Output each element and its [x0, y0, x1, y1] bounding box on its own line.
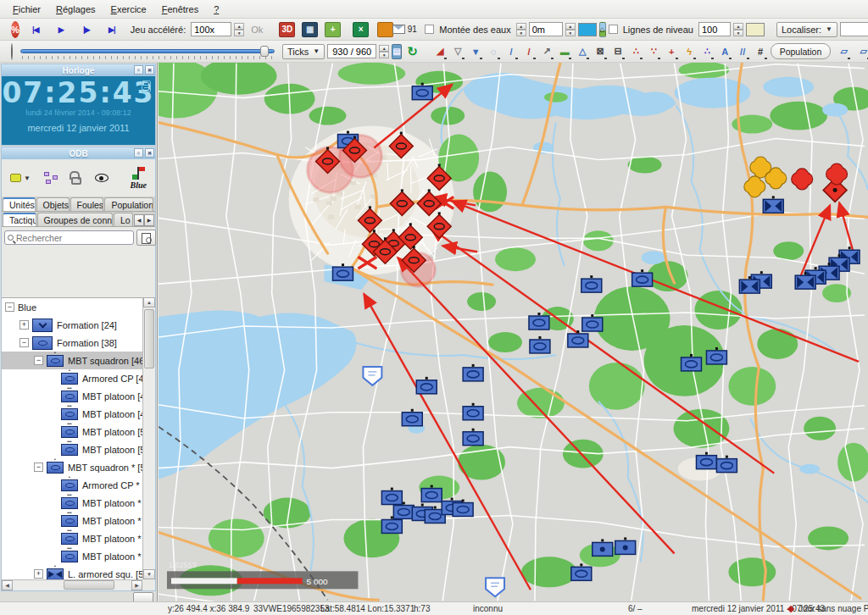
tree-item-armored-cp-53[interactable]: •Armored CP * [53]P	[2, 476, 142, 494]
menu-help[interactable]: ?	[206, 3, 226, 16]
org-chart-icon[interactable]: ∴	[629, 43, 643, 60]
tree-item-l-armored-squ-58[interactable]: +•L. armored squ. [58]	[2, 565, 142, 579]
close-panel-button[interactable]: ×	[145, 65, 154, 75]
tree-item-formation-24[interactable]: +Formation [24]	[2, 316, 142, 334]
scroll-thumb[interactable]	[144, 309, 154, 368]
grid-icon[interactable]: #	[754, 43, 768, 60]
flood-step-spinner[interactable]: ▲▼	[516, 23, 526, 36]
blue-side-flag-icon[interactable]	[132, 167, 145, 180]
tab-groupes-de-connaissance[interactable]: Groupes de connaissance	[37, 213, 113, 226]
flood-level-input[interactable]	[529, 22, 563, 36]
population-button[interactable]: Population	[771, 43, 832, 59]
float-panel-button[interactable]: ▫	[134, 65, 143, 75]
expand-icon[interactable]: +	[34, 569, 43, 579]
contour-color-swatch[interactable]	[746, 23, 765, 36]
tree-item-mbt-platoon-54[interactable]: •••MBT platoon * [54]	[2, 494, 142, 512]
play-button[interactable]: ▶	[53, 21, 70, 38]
odb-panel-titlebar[interactable]: ODB ▫ ×	[2, 147, 155, 159]
menu-fen-tres[interactable]: Fenêtres	[154, 3, 206, 16]
clock-panel-titlebar[interactable]: Horloge ▫ ×	[2, 64, 155, 76]
add-image-icon[interactable]: +	[325, 22, 341, 37]
scroll-up-button[interactable]: ▲	[143, 297, 155, 308]
weather-effect-icon[interactable]: ϟ	[682, 43, 697, 60]
tree-horizontal-scrollbar[interactable]: ◀ ▶	[2, 579, 142, 590]
contour-spinner[interactable]: ▲▼	[733, 23, 743, 36]
tick-mode-dropdown[interactable]: Ticks ▼	[282, 44, 325, 59]
flood-house-icon[interactable]: ⌂	[599, 22, 606, 37]
scroll-left-button[interactable]: ◀	[2, 580, 13, 590]
screenshot-icon[interactable]: ▦	[302, 22, 318, 37]
marker-orange-icon[interactable]	[377, 22, 393, 37]
float-panel-button[interactable]: ▫	[134, 148, 143, 158]
collapse-icon[interactable]: −	[19, 338, 29, 347]
menu-r-glages[interactable]: Réglages	[48, 3, 103, 16]
tab-scroll-left-button[interactable]: ◀	[134, 214, 144, 226]
tick-position-input[interactable]	[327, 44, 376, 58]
draw-blue-icon[interactable]: /	[504, 43, 519, 60]
tree-item-mbt-platoon-56[interactable]: •••MBT platoon * [56]	[2, 529, 142, 547]
advanced-search-button[interactable]	[136, 230, 156, 246]
speed-input[interactable]	[191, 22, 231, 36]
view-3d-icon[interactable]: 3D	[279, 22, 295, 37]
tree-item-mbt-squadron-52[interactable]: −•MBT squadron * [52]	[2, 458, 142, 476]
close-panel-button[interactable]: ×	[145, 148, 154, 158]
tree-item-blue[interactable]: −Blue	[2, 298, 142, 316]
tab-tactique[interactable]: Tactique	[3, 213, 36, 226]
supplies-icon[interactable]: ×	[353, 22, 369, 37]
ok-button[interactable]: Ok	[247, 25, 267, 35]
tree-item-mbt-platoon-57[interactable]: •••MBT platoon * [57]	[2, 547, 142, 565]
water-color-swatch[interactable]	[578, 23, 597, 36]
tab-scroll-right-button[interactable]: ▶	[144, 214, 154, 226]
select-ellipse-icon[interactable]: ◌	[487, 43, 501, 60]
calendar-note-icon[interactable]	[142, 80, 151, 92]
lamp-on-icon[interactable]: ▼	[469, 43, 483, 60]
tab-foules[interactable]: Foules	[70, 197, 104, 211]
text-label-icon[interactable]: A	[718, 43, 732, 60]
tree-item-mbt-platoon-51[interactable]: •••MBT platoon [51]	[2, 440, 142, 458]
polygon-icon[interactable]: △	[576, 43, 590, 60]
image-overlay-icon[interactable]: ▬	[558, 43, 572, 60]
org-chart-remove-icon[interactable]: ∵	[647, 43, 661, 60]
crowd-tool-icon[interactable]: ▱	[837, 43, 851, 60]
tab-unit-s[interactable]: Unités	[3, 197, 36, 211]
tab-populations[interactable]: Populations	[104, 197, 153, 211]
scatter-points-icon[interactable]: ∴	[700, 43, 715, 60]
route-pin-icon[interactable]: ◢	[433, 43, 448, 60]
tick-spinner[interactable]: ▲▼	[379, 45, 389, 58]
step-forward-button[interactable]: |▶	[78, 21, 95, 38]
collapse-icon[interactable]: −	[34, 356, 43, 365]
refresh-icon[interactable]: ↻	[404, 43, 421, 60]
fit-width-icon[interactable]: ⊠	[593, 43, 608, 60]
contour-input[interactable]	[698, 22, 731, 36]
tree-item-mbt-platoon-55[interactable]: •••MBT platoon * [55]	[2, 512, 142, 529]
menu-exercice[interactable]: Exercice	[103, 3, 154, 16]
locate-input[interactable]	[840, 22, 868, 36]
speed-spinner[interactable]: ▲▼	[234, 23, 244, 36]
tree-item-mbt-squadron-46[interactable]: −•MBT squadron [46]	[2, 352, 142, 369]
messages-button[interactable]: 91	[396, 21, 413, 38]
hatch-icon[interactable]: //	[736, 43, 750, 60]
fit-height-icon[interactable]: ⊟	[611, 43, 626, 60]
replay-film-icon[interactable]	[11, 43, 13, 60]
tree-item-mbt-platoon-48[interactable]: •••MBT platoon [48]	[2, 387, 142, 405]
map-viewport[interactable]: 1/625535 000	[159, 63, 868, 601]
flood-level-spinner[interactable]: ▲▼	[565, 23, 576, 36]
search-box[interactable]	[4, 230, 134, 245]
tree-item-mbt-platoon-50[interactable]: •••MBT platoon [50]	[2, 423, 142, 440]
timeline-table-icon[interactable]: ▤	[392, 44, 401, 59]
population-tool-icon[interactable]: ▱	[856, 43, 868, 60]
flood-checkbox[interactable]	[425, 25, 434, 34]
tree-vertical-scrollbar[interactable]: ▲ ▼	[142, 297, 155, 579]
contour-checkbox[interactable]	[609, 25, 618, 34]
collapse-icon[interactable]: −	[5, 302, 14, 312]
tree-item-mbt-platoon-49[interactable]: •••MBT platoon [49]	[2, 405, 142, 423]
session-speed-icon[interactable]: %	[11, 21, 19, 38]
scroll-right-button[interactable]: ▶	[131, 580, 142, 590]
scroll-thumb[interactable]	[64, 580, 114, 590]
expand-icon[interactable]: +	[19, 320, 29, 330]
locate-dropdown[interactable]: Localiser: ▼	[776, 22, 837, 37]
scroll-down-button[interactable]: ▼	[143, 569, 155, 579]
map-canvas[interactable]: 1/625535 000	[159, 63, 868, 601]
tree-item-formation-38[interactable]: −Formation [38]	[2, 334, 142, 352]
visibility-icon[interactable]	[95, 174, 108, 182]
